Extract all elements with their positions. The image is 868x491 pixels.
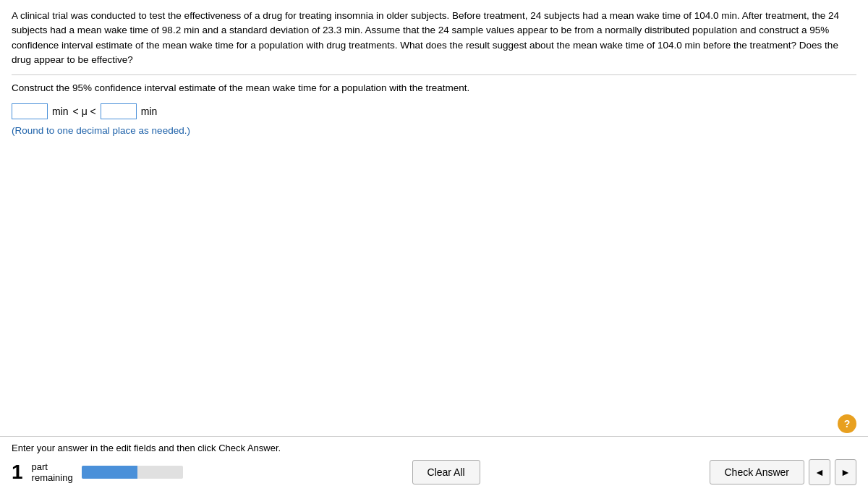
bottom-controls: 1 part remaining Clear All Check Answer … [12,459,856,485]
part-label: part [32,461,73,472]
part-text-col: part remaining [32,461,73,483]
instruction-text: Enter your answer in the edit fields and… [12,443,856,453]
problem-text: A clinical trial was conducted to test t… [12,9,856,75]
progress-bar [82,466,183,479]
progress-bar-fill [82,466,137,479]
upper-min-label: min [141,106,158,117]
next-button[interactable]: ► [835,459,856,485]
upper-bound-input[interactable] [101,103,137,119]
center-controls: Clear All [412,460,480,484]
help-symbol: ? [844,418,851,430]
part-label-group: 1 part remaining [12,461,73,483]
lower-bound-input[interactable] [12,103,48,119]
round-note: (Round to one decimal place as needed.) [12,125,856,136]
remaining-label: remaining [32,472,73,483]
bottom-bar: Enter your answer in the edit fields and… [0,436,868,491]
part-number: 1 [12,462,23,482]
problem-text-content: A clinical trial was conducted to test t… [12,10,839,65]
lower-min-label: min [52,106,69,117]
sub-question-text: Construct the 95% confidence interval es… [12,82,469,93]
check-answer-button[interactable]: Check Answer [710,460,804,484]
instruction-text-content: Enter your answer in the edit fields and… [12,443,281,453]
help-icon[interactable]: ? [838,414,856,433]
confidence-interval-row: min < μ < min [12,103,856,119]
right-controls: Check Answer ◄ ► [710,459,856,485]
mu-inequality: < μ < [73,106,96,117]
clear-all-button[interactable]: Clear All [412,460,480,484]
round-note-text: (Round to one decimal place as needed.) [12,125,190,136]
main-content: A clinical trial was conducted to test t… [0,0,868,436]
bottom-area: ? Enter your answer in the edit fields a… [0,436,868,491]
sub-question: Construct the 95% confidence interval es… [12,82,856,93]
left-controls: 1 part remaining [12,461,183,483]
prev-button[interactable]: ◄ [809,459,830,485]
